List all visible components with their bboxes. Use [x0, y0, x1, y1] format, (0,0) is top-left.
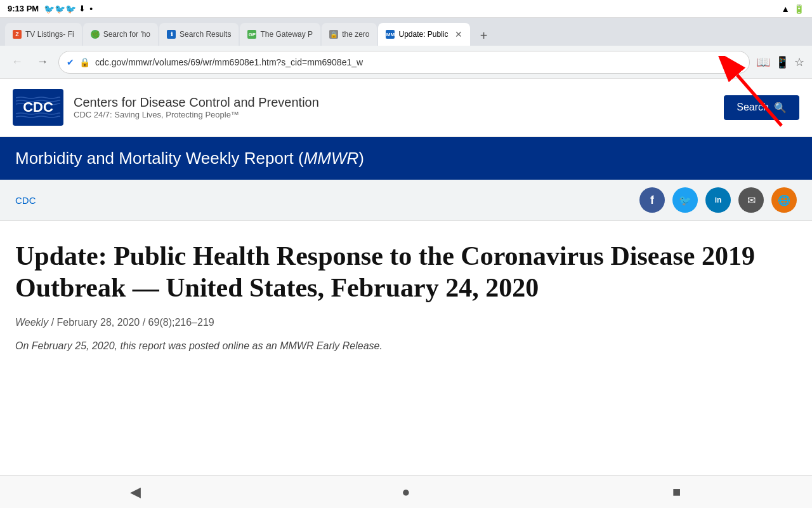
- tab-favicon-search-how: 🌿: [91, 30, 100, 39]
- forward-button[interactable]: →: [33, 53, 52, 72]
- lock-icon: 🔒: [79, 57, 90, 67]
- mmwr-title-end: ): [358, 149, 364, 168]
- tab-search-results[interactable]: ℹ Search Results: [159, 23, 239, 46]
- article-title: Update: Public Health Response to the Co…: [15, 240, 797, 304]
- twitter-icon-3: 🐦: [65, 4, 76, 14]
- bottom-home-button[interactable]: ●: [392, 478, 420, 506]
- back-button[interactable]: ←: [8, 53, 27, 72]
- mmwr-title-start: Morbidity and Mortality Weekly Report (: [15, 149, 304, 168]
- email-icon: ✉: [747, 194, 756, 206]
- cdc-header: CDC Centers for Disease Control and Prev…: [0, 79, 812, 137]
- cdc-tagline: CDC 24/7: Saving Lives, Protecting Peopl…: [74, 110, 319, 119]
- twitter-icon-2: 🐦: [55, 4, 65, 14]
- cdc-breadcrumb-link[interactable]: CDC: [15, 195, 36, 206]
- tab-favicon-tv: Z: [13, 30, 22, 39]
- article-content: Update: Public Health Response to the Co…: [0, 221, 812, 366]
- mmwr-title-italic: MMWR: [304, 149, 359, 168]
- bookmark-icon[interactable]: ☆: [794, 55, 804, 69]
- tab-label-update: Update: Public: [398, 30, 448, 39]
- search-button[interactable]: Search 🔍: [724, 95, 799, 120]
- twitter-share-button[interactable]: 🐦: [672, 187, 698, 213]
- tab-bar: Z TV Listings- Fi 🌿 Search for 'ho ℹ Sea…: [0, 18, 812, 46]
- social-icons-group: f 🐦 in ✉ 🌐: [639, 187, 797, 213]
- cdc-logo-svg: CDC: [16, 91, 60, 123]
- tab-favicon-update: MM: [386, 30, 395, 39]
- article-abstract: On February 25, 2020, this report was po…: [15, 338, 797, 354]
- tab-label-zero: the zero: [342, 30, 369, 39]
- cdc-full-name: Centers for Disease Control and Preventi…: [74, 95, 319, 110]
- tab-favicon-gateway: GP: [247, 30, 256, 39]
- status-time: 9:13 PM: [8, 4, 39, 13]
- new-tab-button[interactable]: +: [474, 25, 494, 46]
- mmwr-banner: Morbidity and Mortality Weekly Report (M…: [0, 137, 812, 180]
- download-icon: ⬇: [79, 4, 86, 13]
- wifi-icon: ▲: [781, 4, 790, 14]
- tab-close-button[interactable]: ✕: [455, 29, 462, 39]
- twitter-share-icon: 🐦: [679, 194, 691, 206]
- rss-icon: 🌐: [778, 194, 790, 206]
- tab-tv-listings[interactable]: Z TV Listings- Fi: [5, 23, 82, 46]
- tab-search-how[interactable]: 🌿 Search for 'ho: [83, 23, 158, 46]
- tab-gateway[interactable]: GP The Gateway P: [240, 23, 320, 46]
- email-share-button[interactable]: ✉: [738, 187, 764, 213]
- battery-icon: 🔋: [794, 4, 804, 14]
- search-button-label: Search: [737, 102, 769, 113]
- dot-indicator: •: [89, 4, 93, 14]
- device-icon[interactable]: 📱: [775, 55, 789, 69]
- svg-text:CDC: CDC: [23, 99, 53, 115]
- status-bar: 9:13 PM 🐦 🐦 🐦 ⬇ • ▲ 🔋: [0, 0, 812, 18]
- facebook-share-button[interactable]: f: [639, 187, 665, 213]
- rss-share-button[interactable]: 🌐: [771, 187, 797, 213]
- tab-favicon-zero: 🔒: [329, 30, 338, 39]
- tab-zero[interactable]: 🔒 the zero: [322, 23, 377, 46]
- cdc-text-wrap: Centers for Disease Control and Preventi…: [74, 95, 319, 119]
- bottom-nav: ◀ ● ■: [0, 475, 812, 508]
- tab-label-gateway: The Gateway P: [260, 30, 313, 39]
- security-check-icon: ✔: [67, 57, 74, 67]
- cdc-logo-wrap: CDC Centers for Disease Control and Prev…: [13, 89, 319, 126]
- linkedin-icon: in: [715, 196, 722, 204]
- address-input-wrap[interactable]: ✔ 🔒 cdc.gov/mmwr/volumes/69/wr/mm6908e1.…: [58, 51, 750, 74]
- bottom-back-icon: ◀: [130, 484, 141, 500]
- tab-label-tv: TV Listings- Fi: [25, 30, 74, 39]
- facebook-icon: f: [650, 194, 654, 207]
- bottom-stop-button[interactable]: ■: [663, 478, 691, 506]
- linkedin-share-button[interactable]: in: [705, 187, 731, 213]
- bottom-back-button[interactable]: ◀: [121, 478, 149, 506]
- twitter-icon-1: 🐦: [44, 4, 55, 14]
- tab-label-search-how: Search for 'ho: [103, 30, 150, 39]
- tab-favicon-search-results: ℹ: [167, 30, 176, 39]
- cdc-logo: CDC: [13, 89, 63, 126]
- article-meta-journal: Weekly: [15, 317, 48, 328]
- article-meta-date: / February 28, 2020 / 69(8);216–219: [51, 317, 214, 328]
- address-bar: ← → ✔ 🔒 cdc.gov/mmwr/volumes/69/wr/mm690…: [0, 46, 812, 79]
- address-text: cdc.gov/mmwr/volumes/69/wr/mm6908e1.htm?…: [95, 57, 742, 67]
- bottom-home-icon: ●: [402, 484, 410, 500]
- tab-label-search-results: Search Results: [180, 30, 231, 39]
- bottom-stop-icon: ■: [672, 484, 681, 500]
- social-bar: CDC f 🐦 in ✉ 🌐: [0, 180, 812, 221]
- article-meta: Weekly / February 28, 2020 / 69(8);216–2…: [15, 317, 797, 328]
- tab-update-active[interactable]: MM Update: Public ✕: [378, 23, 469, 46]
- reader-mode-icon[interactable]: 📖: [756, 55, 770, 69]
- search-button-icon: 🔍: [774, 102, 787, 114]
